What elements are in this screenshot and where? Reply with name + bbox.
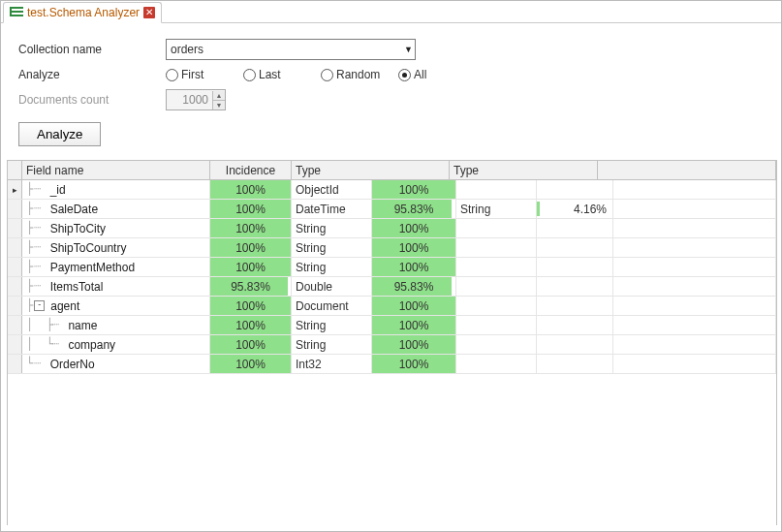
table-row[interactable]: └┈ OrderNo100%Int32100% bbox=[8, 355, 776, 374]
tab-schema-analyzer[interactable]: test.Schema Analyzer ✕ bbox=[3, 2, 162, 23]
tree-connector-icon: ┈ bbox=[34, 238, 46, 257]
tree-connector-icon: │ bbox=[26, 316, 45, 334]
radio-random[interactable]: Random bbox=[321, 68, 398, 81]
field-label: SaleDate bbox=[48, 203, 98, 216]
cell-rest bbox=[613, 277, 776, 296]
radio-all[interactable]: All bbox=[398, 68, 476, 81]
cell-type2 bbox=[456, 258, 537, 276]
cell-type2 bbox=[456, 316, 537, 334]
cell-type1: String bbox=[292, 316, 372, 334]
close-icon[interactable]: ✕ bbox=[143, 7, 155, 18]
chevron-down-icon: ▼ bbox=[404, 45, 413, 54]
col-incidence[interactable]: Incidence bbox=[210, 161, 292, 179]
tree-connector-icon: ├ bbox=[26, 180, 32, 199]
tree-connector-icon: └ bbox=[26, 355, 32, 373]
cell-type2-pct bbox=[537, 316, 613, 334]
analyze-button[interactable]: Analyze bbox=[18, 122, 101, 146]
cell-field: │ └┈ company bbox=[22, 335, 210, 354]
tree-connector-icon: ├ bbox=[26, 258, 32, 276]
tree-connector-icon: ┈ bbox=[34, 180, 46, 199]
cell-type1-pct: 100% bbox=[372, 219, 456, 237]
field-label: OrderNo bbox=[48, 358, 95, 371]
tree-connector-icon: ┈ bbox=[34, 355, 46, 373]
cell-field: ├┈ SaleDate bbox=[22, 200, 210, 218]
cell-type1-pct: 100% bbox=[372, 335, 456, 354]
spinner-up-icon[interactable]: ▲ bbox=[212, 91, 225, 101]
table-row[interactable]: ▸├┈ _id100%ObjectId100% bbox=[8, 180, 776, 200]
cell-type1: String bbox=[292, 258, 372, 276]
table-row[interactable]: ├┈ SaleDate100%DateTime95.83%String4.16% bbox=[8, 200, 776, 219]
cell-incidence: 100% bbox=[210, 335, 292, 354]
results-grid: Field name Incidence Type Type ▸├┈ _id10… bbox=[7, 160, 777, 525]
cell-field: │ ├┈ name bbox=[22, 316, 210, 334]
collection-select[interactable]: orders ▼ bbox=[166, 39, 416, 60]
col-rest bbox=[598, 161, 776, 179]
cell-rest bbox=[613, 316, 776, 334]
spinner-buttons[interactable]: ▲ ▼ bbox=[212, 91, 225, 110]
documents-count-value: 1000 bbox=[167, 93, 212, 107]
cell-rest bbox=[613, 219, 776, 237]
grid-header-handle bbox=[8, 161, 22, 179]
analyze-label: Analyze bbox=[18, 68, 166, 81]
col-type2[interactable]: Type bbox=[450, 161, 598, 179]
row-handle[interactable]: ▸ bbox=[8, 180, 22, 199]
field-label: name bbox=[66, 319, 97, 332]
tree-connector-icon: │ bbox=[26, 335, 45, 354]
cell-type2 bbox=[456, 180, 537, 199]
radio-first[interactable]: First bbox=[166, 68, 243, 81]
cell-type1: Double bbox=[292, 277, 372, 296]
cell-type1: String bbox=[292, 335, 372, 354]
row-handle[interactable] bbox=[8, 335, 22, 354]
table-row[interactable]: ├┈ ItemsTotal95.83%Double95.83% bbox=[8, 277, 776, 297]
svg-rect-3 bbox=[10, 7, 12, 16]
main-window: test.Schema Analyzer ✕ Collection name o… bbox=[0, 0, 782, 532]
cell-incidence: 100% bbox=[210, 238, 292, 257]
cell-rest bbox=[613, 297, 776, 315]
radio-last[interactable]: Last bbox=[243, 68, 321, 81]
cell-incidence: 100% bbox=[210, 200, 292, 218]
table-row[interactable]: ├┈ ShipToCountry100%String100% bbox=[8, 238, 776, 258]
collection-value: orders bbox=[171, 43, 203, 56]
cell-type2 bbox=[456, 355, 537, 373]
cell-incidence: 100% bbox=[210, 355, 292, 373]
col-type1[interactable]: Type bbox=[292, 161, 450, 179]
row-handle[interactable] bbox=[8, 277, 22, 296]
cell-type1: ObjectId bbox=[292, 180, 372, 199]
cell-rest bbox=[613, 355, 776, 373]
cell-type2-pct bbox=[537, 355, 613, 373]
tree-connector-icon: ├┈ bbox=[47, 316, 65, 334]
row-handle[interactable] bbox=[8, 258, 22, 276]
cell-type1-pct: 95.83% bbox=[372, 200, 456, 218]
col-field-name[interactable]: Field name bbox=[22, 161, 210, 179]
cell-type2 bbox=[456, 238, 537, 257]
spinner-down-icon[interactable]: ▼ bbox=[212, 101, 225, 110]
cell-type1: Int32 bbox=[292, 355, 372, 373]
cell-field: ├┈ ShipToCountry bbox=[22, 238, 210, 257]
cell-type2-pct bbox=[537, 297, 613, 315]
tree-connector-icon: ┈ bbox=[34, 277, 46, 296]
schema-analyzer-icon bbox=[10, 7, 23, 18]
tree-expander[interactable]: - bbox=[34, 300, 45, 311]
table-row[interactable]: │ ├┈ name100%String100% bbox=[8, 316, 776, 335]
documents-count-input[interactable]: 1000 ▲ ▼ bbox=[166, 89, 226, 110]
row-handle[interactable] bbox=[8, 200, 22, 218]
field-label: PaymentMethod bbox=[48, 261, 135, 274]
table-row[interactable]: │ └┈ company100%String100% bbox=[8, 335, 776, 355]
row-handle[interactable] bbox=[8, 355, 22, 373]
row-handle[interactable] bbox=[8, 297, 22, 315]
cell-type1-pct: 100% bbox=[372, 180, 456, 199]
table-row[interactable]: ├┈ PaymentMethod100%String100% bbox=[8, 258, 776, 277]
row-handle[interactable] bbox=[8, 219, 22, 237]
cell-type1-pct: 100% bbox=[372, 297, 456, 315]
form-area: Collection name orders ▼ Analyze First L… bbox=[1, 23, 781, 160]
tree-connector-icon: ┈ bbox=[34, 258, 46, 276]
row-handle[interactable] bbox=[8, 316, 22, 334]
cell-field: └┈ OrderNo bbox=[22, 355, 210, 373]
row-handle[interactable] bbox=[8, 238, 22, 257]
table-row[interactable]: ├┈ ShipToCity100%String100% bbox=[8, 219, 776, 238]
tab-bar: test.Schema Analyzer ✕ bbox=[1, 1, 781, 23]
cell-incidence: 100% bbox=[210, 258, 292, 276]
cell-type1-pct: 100% bbox=[372, 238, 456, 257]
documents-count-label: Documents count bbox=[18, 93, 166, 107]
table-row[interactable]: ├-agent100%Document100% bbox=[8, 297, 776, 316]
